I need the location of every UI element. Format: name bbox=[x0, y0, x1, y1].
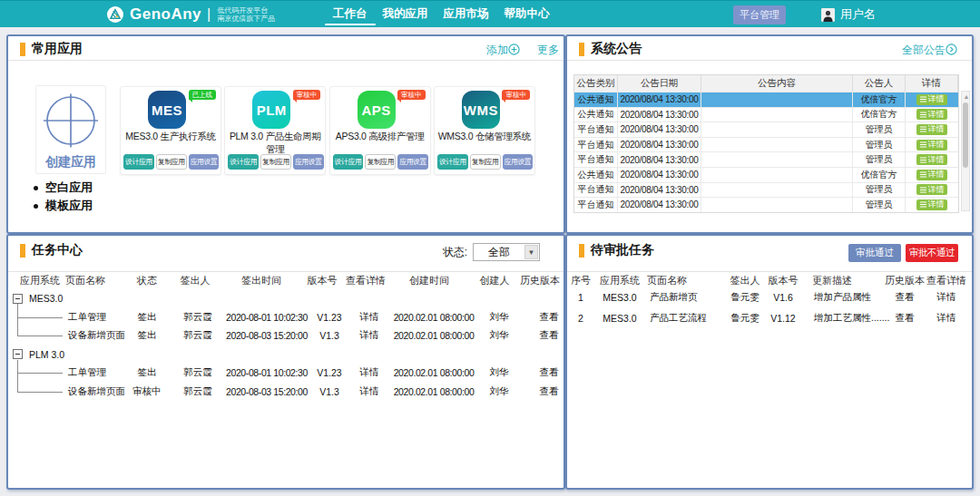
reject-button[interactable]: 审批不通过 bbox=[906, 244, 958, 262]
username-label[interactable]: 用户名 bbox=[840, 1, 876, 28]
add-app-link[interactable]: 添加 bbox=[486, 43, 520, 58]
task-detail-link[interactable]: 详情 bbox=[360, 329, 379, 342]
announcement-row[interactable]: 公共通知2020/08/04 13:30:00优倍官方详情 bbox=[574, 92, 958, 107]
nav-item-1[interactable]: 工作台 bbox=[333, 1, 368, 28]
detail-button[interactable]: 详情 bbox=[916, 184, 947, 195]
task-history-link[interactable]: 查看 bbox=[540, 366, 559, 379]
task-detail-link[interactable]: 详情 bbox=[360, 366, 379, 379]
detail-button[interactable]: 详情 bbox=[916, 140, 947, 151]
approval-history-link[interactable]: 查看 bbox=[896, 291, 915, 304]
app-card-plm[interactable]: PLM审核中PLM 3.0 产品生命周期管理设计应用复制应用应用设置 bbox=[224, 86, 326, 175]
column-header: 历史版本 bbox=[520, 274, 560, 287]
app-name: MES3.0 生产执行系统 bbox=[122, 131, 219, 143]
column-header: 签出人 bbox=[181, 274, 211, 287]
announcement-date: 2020/08/04 13:30:00 bbox=[618, 152, 701, 167]
status-selected-value: 全部 bbox=[474, 244, 524, 260]
approval-history-link[interactable]: 查看 bbox=[896, 312, 915, 325]
announcement-date: 2020/08/04 13:30:00 bbox=[618, 108, 701, 122]
approvals-title: 待审批任务 bbox=[591, 242, 654, 258]
design-app-button[interactable]: 设计应用 bbox=[437, 154, 468, 170]
task-detail-link[interactable]: 详情 bbox=[360, 385, 379, 398]
approval-version: V1.12 bbox=[770, 313, 795, 324]
nav-item-4[interactable]: 帮助中心 bbox=[505, 1, 550, 28]
detail-button[interactable]: 详情 bbox=[916, 124, 947, 135]
task-group-plm3.0[interactable]: PLM 3.0 bbox=[13, 349, 64, 360]
announcement-publisher: 管理员 bbox=[853, 138, 906, 152]
task-history-link[interactable]: 查看 bbox=[540, 385, 559, 398]
copy-app-button[interactable]: 复制应用 bbox=[260, 154, 291, 170]
collapse-icon[interactable] bbox=[13, 294, 23, 304]
design-app-button[interactable]: 设计应用 bbox=[333, 154, 364, 170]
status-select[interactable]: 全部 ▼ bbox=[473, 243, 540, 261]
create-options: 空白应用模板应用 bbox=[34, 179, 93, 215]
app-settings-button[interactable]: 应用设置 bbox=[189, 154, 220, 170]
task-history-link[interactable]: 查看 bbox=[540, 311, 559, 324]
more-apps-link[interactable]: 更多 bbox=[537, 43, 559, 58]
copy-app-button[interactable]: 复制应用 bbox=[156, 154, 187, 170]
announcement-row[interactable]: 平台通知2020/08/04 13:30:00管理员详情 bbox=[574, 137, 958, 152]
scroll-thumb[interactable] bbox=[963, 102, 968, 168]
announcements-scrollbar[interactable]: ▲ bbox=[961, 91, 970, 211]
status-badge: 审核中 bbox=[397, 90, 426, 100]
announcement-row[interactable]: 公共通知2020/08/04 13:30:00优倍官方详情 bbox=[574, 107, 958, 122]
announcement-row[interactable]: 平台通知2020/08/04 13:30:00管理员详情 bbox=[574, 151, 958, 167]
create-option-2[interactable]: 模板应用 bbox=[34, 197, 93, 215]
user-avatar[interactable] bbox=[821, 8, 835, 22]
create-app-card[interactable]: 创建应用 bbox=[35, 85, 106, 174]
workbench-screen: GenoAny | 低代码开发平台 南京优倍旗下产品 工作台我的应用应用市场帮助… bbox=[0, 0, 980, 496]
app-card-wms[interactable]: WMS审核中WMS3.0 仓储管理系统设计应用复制应用应用设置 bbox=[434, 86, 535, 175]
announcement-row[interactable]: 平台通知2020/08/04 13:30:00管理员详情 bbox=[574, 182, 958, 198]
bullet-icon bbox=[34, 186, 38, 190]
detail-button[interactable]: 详情 bbox=[916, 94, 947, 105]
task-status: 签出 bbox=[138, 329, 157, 342]
status-filter: 状态: 全部 ▼ bbox=[443, 243, 540, 261]
task-detail-link[interactable]: 详情 bbox=[360, 311, 379, 324]
app-card-mes[interactable]: MES已上线MES3.0 生产执行系统设计应用复制应用应用设置 bbox=[120, 86, 221, 175]
approval-detail-link[interactable]: 详情 bbox=[937, 291, 956, 304]
create-option-1[interactable]: 空白应用 bbox=[34, 179, 93, 197]
header-divider bbox=[567, 271, 972, 272]
detail-button[interactable]: 详情 bbox=[916, 170, 947, 180]
brand-tagline-line2: 南京优倍旗下产品 bbox=[217, 15, 275, 24]
announcements-title: 系统公告 bbox=[591, 41, 642, 57]
select-arrow-icon[interactable]: ▼ bbox=[524, 245, 538, 259]
task-group-mes3.0[interactable]: MES3.0 bbox=[13, 293, 63, 304]
approve-button[interactable]: 审批通过 bbox=[848, 244, 901, 262]
announcement-date: 2020/08/04 13:30:00 bbox=[618, 138, 701, 152]
nav-item-3[interactable]: 应用市场 bbox=[444, 1, 489, 28]
detail-button[interactable]: 详情 bbox=[916, 109, 947, 120]
collapse-icon[interactable] bbox=[13, 349, 23, 359]
task-history-link[interactable]: 查看 bbox=[540, 329, 559, 342]
scroll-up-icon[interactable]: ▲ bbox=[963, 92, 970, 101]
arrow-circle-icon bbox=[946, 44, 957, 58]
add-app-link-label: 添加 bbox=[486, 44, 508, 56]
announcement-row[interactable]: 公共通知2020/08/04 13:30:00优倍官方详情 bbox=[574, 167, 958, 182]
all-announcements-link[interactable]: 全部公告 bbox=[902, 43, 957, 58]
announcement-row[interactable]: 平台通知2020/08/04 13:30:00管理员详情 bbox=[574, 197, 958, 212]
detail-button[interactable]: 详情 bbox=[916, 199, 947, 210]
app-settings-button[interactable]: 应用设置 bbox=[397, 154, 428, 170]
column-header: 页面名称 bbox=[647, 274, 687, 287]
design-app-button[interactable]: 设计应用 bbox=[123, 154, 154, 170]
app-card-aps[interactable]: APS审核中APS3.0 高级排产管理设计应用复制应用应用设置 bbox=[329, 86, 431, 175]
copy-app-button[interactable]: 复制应用 bbox=[470, 154, 501, 170]
announcement-date: 2020/08/04 13:30:00 bbox=[618, 183, 701, 198]
design-app-button[interactable]: 设计应用 bbox=[228, 154, 259, 170]
copy-app-button[interactable]: 复制应用 bbox=[365, 154, 396, 170]
task-version: V1.3 bbox=[319, 386, 339, 397]
list-icon bbox=[920, 157, 926, 163]
detail-button[interactable]: 详情 bbox=[916, 154, 947, 165]
platform-manage-button[interactable]: 平台管理 bbox=[733, 5, 786, 24]
announcement-content bbox=[701, 183, 853, 198]
app-settings-button[interactable]: 应用设置 bbox=[503, 154, 534, 170]
announcement-content bbox=[701, 138, 853, 152]
announcement-row[interactable]: 平台通知2020/08/04 13:30:00管理员详情 bbox=[574, 122, 958, 137]
nav-item-2[interactable]: 我的应用 bbox=[383, 1, 428, 28]
column-header: 序号 bbox=[571, 274, 591, 287]
orange-marker bbox=[579, 244, 584, 258]
task-checkout-time: 2020-08-01 10:02:30 bbox=[226, 367, 308, 378]
app-settings-button[interactable]: 应用设置 bbox=[293, 154, 324, 170]
approval-detail-link[interactable]: 详情 bbox=[937, 312, 956, 325]
column-header: 签出人 bbox=[730, 274, 760, 287]
announcement-date: 2020/08/04 13:30:00 bbox=[618, 122, 701, 137]
